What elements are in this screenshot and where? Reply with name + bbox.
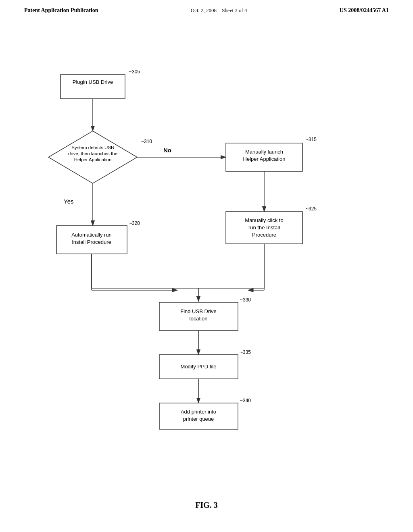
node-315-ref: ~315: [306, 137, 317, 142]
node-340-label-1: Add printer into: [181, 409, 216, 415]
node-320-label-1: Automatically run: [71, 232, 112, 238]
node-310-label-3: Helper Application: [74, 157, 112, 162]
node-325-label-1: Manually click to: [245, 217, 283, 223]
node-330-label-1: Find USB Drive: [180, 308, 217, 314]
no-label: No: [163, 147, 171, 154]
node-310-label-1: System detects USB: [71, 145, 114, 150]
yes-label: Yes: [64, 198, 73, 205]
node-305-label: Plugin USB Drive: [73, 79, 113, 85]
diagram-area: Plugin USB Drive ~305 System detects USB…: [0, 24, 413, 508]
node-340-label-2: printer queue: [183, 416, 214, 422]
node-330-label-2: location: [190, 316, 208, 322]
node-340-ref: ~340: [240, 398, 251, 403]
header-date: Oct. 2, 2008 Sheet 3 of 4: [191, 7, 247, 14]
node-305-box: [60, 75, 125, 99]
figure-label: FIG. 3: [195, 501, 218, 510]
flowchart-svg: Plugin USB Drive ~305 System detects USB…: [0, 24, 413, 508]
node-315-label-2: Helper Application: [243, 156, 286, 162]
node-325-label-3: Procedure: [252, 232, 276, 238]
node-305-ref: ~305: [129, 69, 140, 75]
node-330-ref: ~330: [240, 297, 251, 303]
header-right: US 2008/0244567 A1: [340, 7, 389, 14]
node-320-ref: ~320: [129, 220, 140, 226]
node-320-label-2: Install Procedure: [72, 239, 111, 245]
header-left: Patent Application Publication: [24, 7, 98, 14]
node-325-label-2: run the Install: [248, 224, 280, 231]
node-310-ref: ~310: [141, 139, 152, 144]
page-header: Patent Application Publication Oct. 2, 2…: [0, 0, 413, 18]
node-335-ref: ~335: [240, 349, 251, 355]
node-325-ref: ~325: [306, 206, 317, 212]
node-315-label-1: Manually launch: [245, 149, 283, 155]
node-310-label-2: drive, then launches the: [68, 151, 117, 156]
node-335-label: Modify PPD file: [181, 364, 217, 370]
